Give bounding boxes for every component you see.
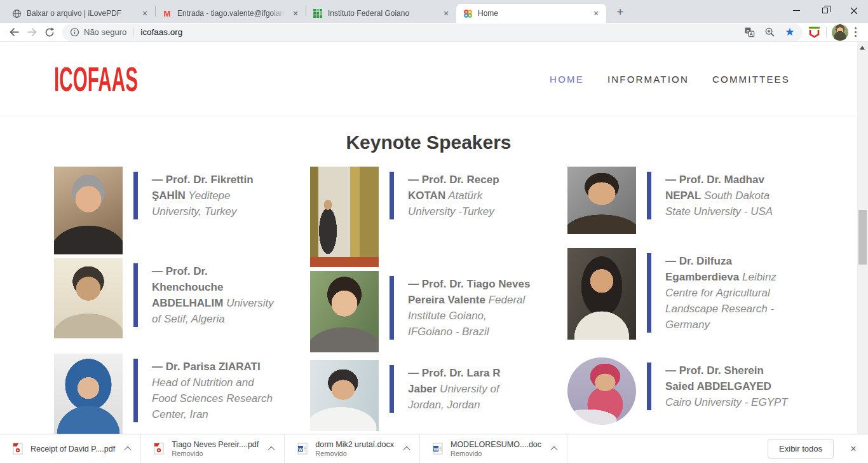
close-icon <box>850 7 858 15</box>
zoom-icon[interactable] <box>764 27 775 38</box>
section-heading: Keynote Speakers <box>0 130 857 155</box>
speaker-card: — Prof. Dr. Madhav NEPAL South Dakota St… <box>567 167 824 234</box>
translate-icon[interactable]: aA <box>744 27 755 38</box>
tab-ilovepdf[interactable]: Baixar o arquivo | iLovePDF × <box>5 4 155 23</box>
speaker-card: — Prof. Dr. Khenchouche ABDELHALIM Unive… <box>54 258 310 338</box>
if-goiano-icon <box>313 8 323 18</box>
restore-button[interactable] <box>811 0 839 21</box>
speaker-name: — Dr. Dilfuza Egamberdieva <box>665 255 739 283</box>
tab-close-icon[interactable]: × <box>140 8 150 18</box>
nav-information[interactable]: INFORMATION <box>607 74 689 85</box>
site-logo[interactable]: ICOFAAS <box>54 60 138 99</box>
download-filename: Tiago Neves Pereir....pdf <box>172 440 259 449</box>
accent-bar <box>390 365 394 413</box>
speaker-card: — Prof. Dr. Tiago Neves Pereira Valente … <box>310 271 567 352</box>
speaker-caption: — Prof. Dr. Fikrettin ŞAHİN Yeditepe Uni… <box>152 172 276 219</box>
download-item[interactable]: W dorm Mik2 urutaí.docx Removido <box>285 434 420 463</box>
extensions-area <box>808 24 864 41</box>
back-icon <box>8 26 20 38</box>
tab-title: Home <box>478 9 586 18</box>
accent-bar <box>647 253 651 333</box>
url-text[interactable]: icofaas.org <box>140 27 182 37</box>
download-status: Removido <box>451 450 541 457</box>
speakers-grid: — Prof. Dr. Fikrettin ŞAHİN Yeditepe Uni… <box>0 167 857 434</box>
shield-extension-icon[interactable] <box>808 26 821 38</box>
new-tab-button[interactable]: + <box>611 3 629 21</box>
profile-avatar[interactable] <box>832 24 848 41</box>
speaker-photo <box>567 248 636 340</box>
minimize-icon <box>793 10 800 11</box>
accent-bar <box>133 172 138 219</box>
tab-home-active[interactable]: Home × <box>456 4 606 23</box>
svg-text:W: W <box>299 446 304 452</box>
url-bar[interactable]: Não seguro icofaas.org aA ★ <box>62 24 803 41</box>
speaker-caption: — Dr. Dilfuza Egamberdieva Leibinz Centr… <box>665 253 789 333</box>
speaker-card: — Prof. Dr. Lara R Jaber University of J… <box>310 360 567 431</box>
bookmark-star-icon[interactable]: ★ <box>785 27 794 38</box>
speaker-affiliation: Head of Nutrition and Food Sciences Rese… <box>152 377 273 420</box>
speakers-column: — Prof. Dr. Recep KOTAN Atatürk Universi… <box>310 167 567 434</box>
security-label: Não seguro <box>84 27 126 37</box>
word-file-icon: W <box>297 443 308 455</box>
speaker-card: — Prof. Dr. Sherein Saied ABDELGAYED Cai… <box>567 357 824 425</box>
download-filename: Receipt of David P....pdf <box>31 445 115 453</box>
chevron-up-icon[interactable] <box>403 446 410 453</box>
speaker-photo <box>310 167 379 267</box>
scrollbar[interactable] <box>857 42 868 434</box>
download-item[interactable]: Receipt of David P....pdf <box>0 434 141 463</box>
download-filename: dorm Mik2 urutaí.docx <box>315 440 394 449</box>
speaker-photo <box>54 258 123 338</box>
url-separator <box>133 27 133 37</box>
back-button[interactable] <box>5 24 23 41</box>
tab-instituto-federal[interactable]: Instituto Federal Goiano × <box>306 4 456 23</box>
tab-close-icon[interactable]: × <box>441 8 451 18</box>
download-status: Removido <box>172 450 259 457</box>
nav-home[interactable]: HOME <box>550 74 584 85</box>
chevron-up-icon[interactable] <box>550 446 557 453</box>
download-filename: MODELORESUMO....doc <box>451 440 541 449</box>
accent-bar <box>390 276 394 340</box>
restore-icon <box>822 8 828 13</box>
speaker-caption: — Dr. Parisa ZIARATI Head of Nutrition a… <box>152 359 276 422</box>
speaker-photo <box>567 167 636 234</box>
show-all-downloads-button[interactable]: Exibir todos <box>768 439 834 459</box>
speaker-caption: — Prof. Dr. Khenchouche ABDELHALIM Unive… <box>152 263 276 327</box>
download-item[interactable]: Tiago Neves Pereir....pdf Removido <box>141 434 285 463</box>
accent-bar <box>647 172 651 219</box>
downloads-close-icon[interactable]: × <box>844 439 863 459</box>
speaker-photo <box>310 271 379 352</box>
joomla-icon <box>463 8 473 18</box>
close-button[interactable] <box>839 0 868 21</box>
tab-close-icon[interactable]: × <box>290 8 301 18</box>
tab-title: Instituto Federal Goiano <box>328 9 436 18</box>
main-nav: HOME INFORMATION COMMITTEES <box>550 74 790 85</box>
accent-bar <box>133 263 138 327</box>
svg-text:A: A <box>750 31 754 37</box>
download-item[interactable]: W MODELORESUMO....doc Removido <box>420 434 567 463</box>
info-icon[interactable] <box>70 27 79 37</box>
speaker-card: — Prof. Dr. Recep KOTAN Atatürk Universi… <box>310 167 567 267</box>
scrollbar-up-icon[interactable] <box>860 46 865 50</box>
nav-committees[interactable]: COMMITTEES <box>712 74 790 85</box>
pdf-file-icon <box>13 443 23 455</box>
speaker-card: — Prof. Dr. Fikrettin ŞAHİN Yeditepe Uni… <box>54 167 310 254</box>
tab-bar: Baixar o arquivo | iLovePDF × M Entrada … <box>0 0 868 23</box>
reload-button[interactable] <box>41 24 58 41</box>
minimize-button[interactable] <box>782 0 811 21</box>
chevron-up-icon[interactable] <box>125 446 132 453</box>
menu-icon[interactable] <box>848 27 864 38</box>
tab-close-icon[interactable]: × <box>591 8 601 18</box>
chevron-up-icon[interactable] <box>268 446 275 453</box>
scrollbar-thumb[interactable] <box>858 210 867 265</box>
reload-icon <box>44 27 55 38</box>
speaker-caption: — Prof. Dr. Recep KOTAN Atatürk Universi… <box>408 172 532 219</box>
page-content: ICOFAAS HOME INFORMATION COMMITTEES Keyn… <box>0 42 857 434</box>
forward-button[interactable] <box>23 24 41 41</box>
speaker-photo <box>54 167 123 254</box>
accent-bar <box>647 363 651 410</box>
forward-icon <box>26 26 38 38</box>
speaker-photo <box>567 357 636 425</box>
speakers-column: — Prof. Dr. Madhav NEPAL South Dakota St… <box>567 167 824 434</box>
speaker-photo <box>310 360 379 431</box>
tab-gmail[interactable]: M Entrada - tiago.valente@ifgoiano × <box>156 4 306 23</box>
